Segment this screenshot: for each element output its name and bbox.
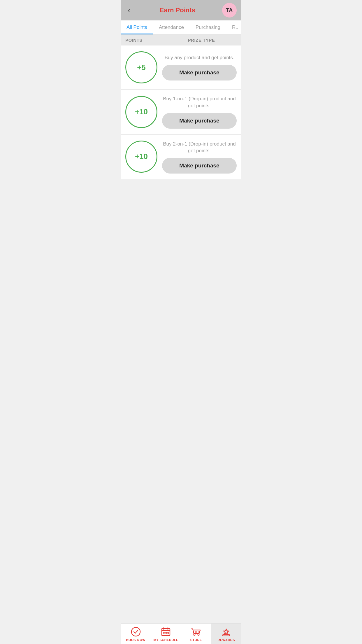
- reward-info: Buy 1-on-1 (Drop-in) product and get poi…: [162, 95, 237, 129]
- reward-description: Buy any product and get points.: [162, 54, 237, 61]
- reward-info: Buy any product and get points. Make pur…: [162, 54, 237, 80]
- points-circle: +5: [125, 51, 157, 83]
- reward-row: +5 Buy any product and get points. Make …: [121, 46, 241, 90]
- back-button[interactable]: ‹: [125, 4, 133, 16]
- points-circle: +10: [125, 141, 157, 173]
- points-value: +5: [137, 63, 146, 72]
- page-title: Earn Points: [133, 6, 222, 14]
- make-purchase-button[interactable]: Make purchase: [162, 65, 237, 80]
- make-purchase-button[interactable]: Make purchase: [162, 158, 237, 174]
- reward-row: +10 Buy 2-on-1 (Drop-in) product and get…: [121, 135, 241, 180]
- avatar[interactable]: TA: [222, 3, 237, 18]
- rewards-list: +5 Buy any product and get points. Make …: [121, 46, 241, 179]
- tab-bar: All Points Attendance Purchasing R...: [121, 20, 241, 35]
- reward-description: Buy 2-on-1 (Drop-in) product and get poi…: [162, 141, 237, 155]
- points-circle: +10: [125, 96, 157, 128]
- prize-type-column-header: PRIZE TYPE: [166, 38, 237, 43]
- tab-attendance[interactable]: Attendance: [153, 20, 190, 34]
- points-value: +10: [135, 107, 148, 116]
- reward-row: +10 Buy 1-on-1 (Drop-in) product and get…: [121, 90, 241, 135]
- tab-other[interactable]: R...: [226, 20, 241, 34]
- make-purchase-button[interactable]: Make purchase: [162, 113, 237, 129]
- reward-description: Buy 1-on-1 (Drop-in) product and get poi…: [162, 95, 237, 109]
- points-column-header: POINTS: [125, 38, 166, 43]
- column-headers: POINTS PRIZE TYPE: [121, 35, 241, 46]
- app-header: ‹ Earn Points TA: [121, 0, 241, 20]
- reward-info: Buy 2-on-1 (Drop-in) product and get poi…: [162, 141, 237, 174]
- tab-all-points[interactable]: All Points: [121, 20, 153, 34]
- points-value: +10: [135, 152, 148, 161]
- tab-purchasing[interactable]: Purchasing: [190, 20, 226, 34]
